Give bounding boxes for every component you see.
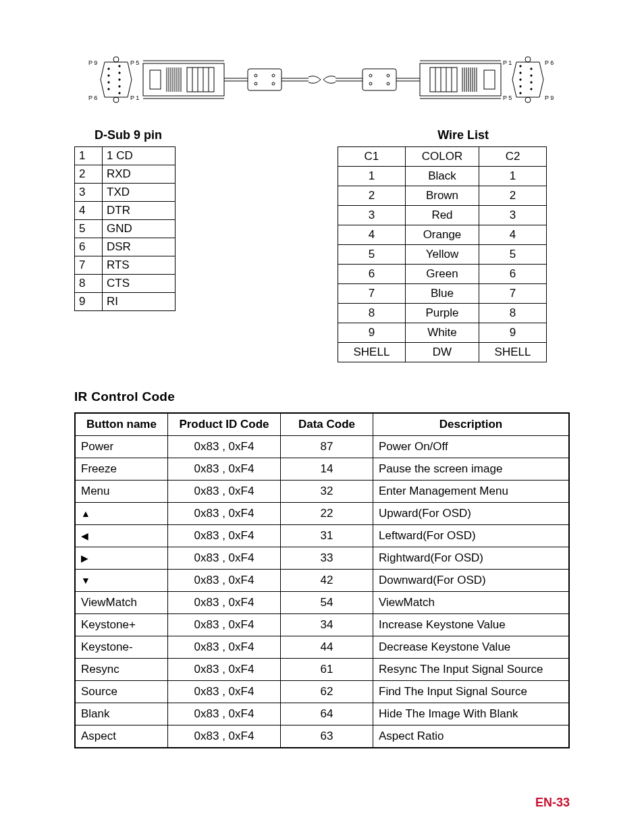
ir-pid-cell: 0x83 , 0xF4 xyxy=(168,725,281,748)
ir-desc-cell: Find The Input Signal Source xyxy=(373,681,570,703)
wire-cell: 9 xyxy=(479,323,547,343)
diagram-label-p6: P 6 xyxy=(88,94,97,101)
table-row: Blank0x83 , 0xF464Hide The Image With Bl… xyxy=(75,703,569,725)
wire-cell: 7 xyxy=(338,284,406,304)
table-row: 4Orange4 xyxy=(338,225,547,245)
svg-rect-11 xyxy=(143,63,224,96)
ir-desc-cell: Enter Management Menu xyxy=(373,481,570,503)
svg-point-68 xyxy=(520,86,521,87)
dsub-pin-name: GND xyxy=(103,220,176,238)
ir-pid-cell: 0x83 , 0xF4 xyxy=(168,570,281,592)
table-row: Freeze0x83 , 0xF414Pause the screen imag… xyxy=(75,458,569,481)
wire-cell: 6 xyxy=(479,265,547,284)
table-row: ▶0x83 , 0xF433Rightward(For OSD) xyxy=(75,547,569,570)
table-row: ViewMatch0x83 , 0xF454ViewMatch xyxy=(75,592,569,614)
diagram-label-p1-right: P 1 xyxy=(503,59,512,66)
ir-desc-cell: Aspect Ratio xyxy=(373,725,570,748)
wire-cell: 8 xyxy=(479,304,547,323)
dsub-pin-num: 5 xyxy=(75,220,103,238)
ir-name-cell: Source xyxy=(75,681,168,703)
svg-rect-28 xyxy=(248,69,281,90)
wire-table: C1COLORC21Black12Brown23Red34Orange45Yel… xyxy=(338,146,547,362)
ir-pid-cell: 0x83 , 0xF4 xyxy=(168,681,281,703)
table-row: C1COLORC2 xyxy=(338,147,547,167)
ir-col-desc: Description xyxy=(373,413,570,436)
ir-desc-cell: Rightward(For OSD) xyxy=(373,547,570,570)
wire-cell: 2 xyxy=(338,186,406,206)
ir-desc-cell: Decrease Keystone Value xyxy=(373,636,570,659)
ir-name-cell: Aspect xyxy=(75,725,168,748)
ir-name-cell: ▼ xyxy=(75,570,168,592)
dsub-pin-name: RXD xyxy=(103,165,176,184)
ir-dc-cell: 62 xyxy=(281,681,373,703)
ir-name-cell: Keystone- xyxy=(75,636,168,659)
table-row: 7RTS xyxy=(75,256,176,275)
ir-pid-cell: 0x83 , 0xF4 xyxy=(168,614,281,636)
ir-dc-cell: 54 xyxy=(281,592,373,614)
ir-name-cell: ◀ xyxy=(75,525,168,547)
svg-rect-49 xyxy=(430,67,457,92)
wire-cell: Brown xyxy=(405,186,479,206)
svg-point-64 xyxy=(525,97,531,103)
svg-point-8 xyxy=(119,79,120,80)
table-row: 11 CD xyxy=(75,147,176,165)
wire-cell: SHELL xyxy=(338,343,406,362)
dsub-heading: D-Sub 9 pin xyxy=(95,128,162,142)
ir-dc-cell: 14 xyxy=(281,458,373,481)
svg-point-10 xyxy=(119,92,120,94)
dsub-pin-num: 1 xyxy=(75,147,103,165)
wire-cell: 5 xyxy=(479,245,547,265)
svg-point-67 xyxy=(520,79,521,80)
wire-cell: Black xyxy=(405,167,479,186)
wire-cell: Yellow xyxy=(405,245,479,265)
table-row: SHELLDWSHELL xyxy=(338,343,547,362)
table-row: 3Red3 xyxy=(338,206,547,225)
wire-heading: Wire List xyxy=(437,128,489,142)
dsub-pin-name: TXD xyxy=(103,184,176,202)
ir-pid-cell: 0x83 , 0xF4 xyxy=(168,436,281,458)
table-row: 8CTS xyxy=(75,275,176,293)
table-row: 2Brown2 xyxy=(338,186,547,206)
ir-name-cell: Keystone+ xyxy=(75,614,168,636)
ir-name-cell: ▲ xyxy=(75,503,168,525)
wire-cell: Blue xyxy=(405,284,479,304)
wire-cell: Green xyxy=(405,265,479,284)
table-row: 9White9 xyxy=(338,323,547,343)
svg-rect-23 xyxy=(187,67,214,92)
wire-cell: 7 xyxy=(479,284,547,304)
ir-desc-cell: Leftward(For OSD) xyxy=(373,525,570,547)
ir-name-cell: ViewMatch xyxy=(75,592,168,614)
ir-pid-cell: 0x83 , 0xF4 xyxy=(168,547,281,570)
wire-cell: 6 xyxy=(338,265,406,284)
table-row: 5GND xyxy=(75,220,176,238)
ir-pid-cell: 0x83 , 0xF4 xyxy=(168,458,281,481)
ir-dc-cell: 22 xyxy=(281,503,373,525)
svg-point-66 xyxy=(520,72,521,74)
ir-dc-cell: 34 xyxy=(281,614,373,636)
svg-point-63 xyxy=(525,57,531,62)
ir-name-cell: Blank xyxy=(75,703,168,725)
table-row: Aspect0x83 , 0xF463Aspect Ratio xyxy=(75,725,569,748)
svg-point-41 xyxy=(387,74,390,77)
ir-desc-cell: Hide The Image With Blank xyxy=(373,703,570,725)
wire-cell: 3 xyxy=(479,206,547,225)
table-row: 7Blue7 xyxy=(338,284,547,304)
wire-cell: Red xyxy=(405,206,479,225)
ir-desc-cell: Resync The Input Signal Source xyxy=(373,659,570,681)
dsub-pin-name: DSR xyxy=(103,238,176,256)
table-row: Menu0x83 , 0xF432Enter Management Menu xyxy=(75,481,569,503)
ir-name-cell: Menu xyxy=(75,481,168,503)
ir-desc-cell: Increase Keystone Value xyxy=(373,614,570,636)
ir-desc-cell: Downward(For OSD) xyxy=(373,570,570,592)
wire-cell: 4 xyxy=(479,225,547,245)
ir-dc-cell: 44 xyxy=(281,636,373,659)
ir-table: Button name Product ID Code Data Code De… xyxy=(74,412,570,748)
ir-dc-cell: 42 xyxy=(281,570,373,592)
ir-pid-cell: 0x83 , 0xF4 xyxy=(168,659,281,681)
ir-pid-cell: 0x83 , 0xF4 xyxy=(168,592,281,614)
svg-rect-39 xyxy=(363,69,396,90)
wire-cell: 1 xyxy=(338,167,406,186)
dsub-pin-name: RI xyxy=(103,293,176,311)
svg-point-72 xyxy=(531,82,532,83)
diagram-label-p5-right: P 5 xyxy=(503,94,512,101)
